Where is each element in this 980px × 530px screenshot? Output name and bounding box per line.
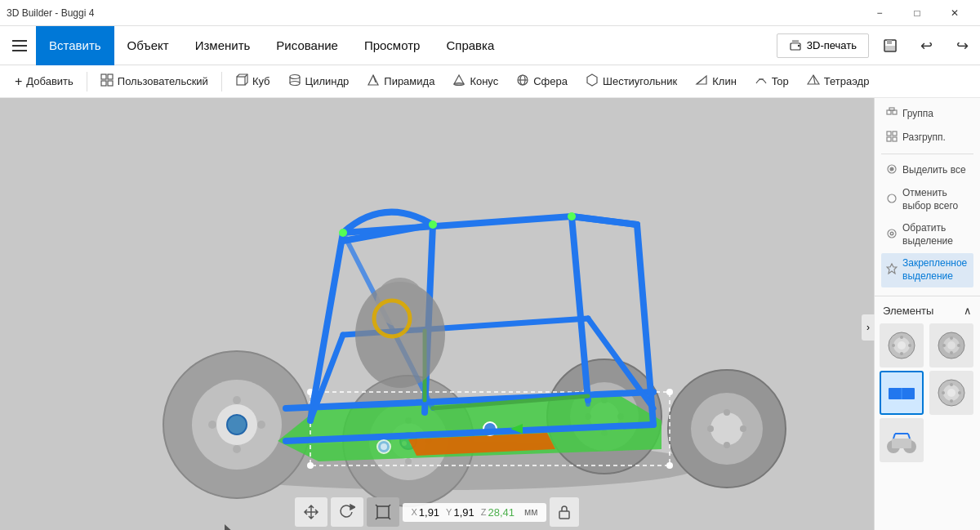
tetrahedron-icon [807, 73, 820, 90]
svg-point-144 [958, 391, 961, 394]
menu-insert[interactable]: Вставить [36, 26, 114, 65]
svg-rect-114 [887, 137, 891, 141]
svg-rect-109 [887, 110, 891, 114]
add-icon: + [15, 74, 22, 89]
rotate-tool-button[interactable] [331, 497, 363, 527]
menu-object[interactable]: Объект [114, 26, 182, 65]
svg-point-41 [227, 415, 247, 434]
svg-point-98 [339, 229, 347, 237]
svg-point-133 [950, 351, 953, 354]
titlebar: 3D Builder - Buggi 4 − □ ✕ [0, 0, 980, 26]
svg-line-149 [908, 434, 910, 439]
toolbar-top[interactable]: Top [746, 70, 797, 93]
svg-line-106 [376, 518, 377, 519]
svg-point-62 [710, 412, 743, 445]
svg-rect-10 [108, 74, 113, 79]
toolbar-pyramid[interactable]: Пирамида [359, 70, 443, 93]
element-item-2[interactable] [929, 323, 973, 367]
canvas-area[interactable]: X 1,91 Y 1,91 Z 28,41 мм [0, 98, 874, 530]
svg-point-118 [888, 194, 896, 203]
toolbar-cube[interactable]: Куб [227, 70, 278, 93]
ungroup-action[interactable]: Разгрупп. [881, 127, 973, 149]
element-item-3[interactable] [880, 371, 924, 415]
toolbar-sphere[interactable]: Сфера [508, 70, 576, 93]
svg-point-65 [707, 425, 714, 432]
toolbar-custom[interactable]: Пользовательский [92, 70, 216, 93]
svg-point-39 [208, 421, 216, 429]
insert-toolbar: + Добавить Пользовательский Куб Цилиндр … [0, 65, 980, 98]
print-3d-button[interactable]: 3D-печать [777, 33, 869, 58]
minimize-button[interactable]: − [861, 0, 898, 26]
svg-rect-2 [12, 50, 27, 51]
ungroup-icon [886, 131, 898, 145]
svg-rect-112 [887, 131, 891, 136]
toolbar-hexagon[interactable]: Шестиугольник [577, 70, 685, 93]
move-tool-button[interactable] [295, 497, 327, 527]
menu-draw[interactable]: Рисование [263, 26, 351, 65]
bottom-toolbar: X 1,91 Y 1,91 Z 28,41 мм [0, 494, 874, 530]
svg-line-148 [893, 434, 895, 439]
top-icon [755, 73, 768, 90]
save-button[interactable] [875, 31, 905, 60]
svg-rect-111 [889, 108, 894, 110]
svg-point-140 [947, 389, 956, 397]
cube-icon [235, 73, 248, 90]
svg-point-72 [307, 462, 314, 469]
close-button[interactable]: ✕ [936, 0, 973, 26]
svg-point-15 [290, 74, 300, 78]
menubar-right: 3D-печать ↩ ↪ [777, 31, 977, 60]
svg-marker-102 [350, 505, 355, 510]
menu-edit[interactable]: Изменить [182, 26, 264, 65]
toolbar-cone[interactable]: Конус [444, 70, 506, 93]
select-all-icon [886, 163, 898, 177]
svg-point-143 [942, 391, 945, 394]
elements-collapse-button[interactable]: ∧ [964, 305, 972, 317]
pyramid-icon [367, 73, 380, 90]
svg-point-97 [381, 443, 387, 450]
elements-label: Элементы [883, 305, 933, 317]
toolbar-add[interactable]: + Добавить [7, 71, 82, 92]
svg-rect-13 [237, 77, 245, 85]
redo-button[interactable]: ↪ [947, 31, 977, 60]
deselect-action[interactable]: Отменитьвыбор всего [881, 183, 973, 216]
panel-divider-1 [881, 154, 973, 154]
invert-selection-action[interactable]: Обратитьвыделение [881, 218, 973, 252]
invert-icon [886, 228, 898, 242]
group-action[interactable]: Группа [881, 103, 973, 125]
svg-point-135 [957, 344, 960, 347]
svg-point-131 [947, 341, 956, 350]
svg-point-73 [666, 462, 673, 469]
svg-point-124 [898, 341, 906, 350]
svg-point-142 [950, 399, 953, 403]
lock-button[interactable] [550, 497, 579, 527]
hamburger-menu[interactable] [3, 26, 36, 65]
pinned-icon [886, 263, 898, 277]
toolbar-wedge[interactable]: Клин [687, 70, 745, 93]
svg-line-104 [376, 505, 377, 506]
svg-point-18 [290, 81, 300, 85]
select-all-action[interactable]: Выделить все [881, 159, 973, 181]
maximize-button[interactable]: □ [898, 0, 936, 26]
element-item-1[interactable] [880, 323, 924, 367]
app-title: 3D Builder - Buggi 4 [7, 7, 94, 19]
x-label: X [411, 507, 416, 517]
svg-rect-108 [559, 511, 569, 519]
svg-point-66 [740, 425, 746, 432]
menu-help[interactable]: Справка [433, 26, 507, 65]
scale-tool-button[interactable] [367, 497, 399, 527]
toolbar-tetrahedron[interactable]: Тетраэдр [799, 70, 878, 93]
svg-point-121 [891, 233, 893, 234]
menu-view[interactable]: Просмотр [351, 26, 434, 65]
svg-point-132 [950, 336, 953, 340]
svg-point-38 [233, 445, 241, 453]
deselect-label: Отменитьвыбор всего [902, 187, 958, 212]
elements-grid [875, 320, 980, 465]
element-item-5[interactable] [880, 418, 924, 462]
hexagon-icon [586, 73, 599, 90]
panel-toggle-button[interactable]: › [862, 314, 875, 341]
toolbar-cylinder[interactable]: Цилиндр [280, 70, 358, 93]
pinned-selection-action[interactable]: Закрепленноевыделение [881, 253, 973, 287]
element-item-4[interactable] [929, 371, 973, 415]
z-label: Z [481, 507, 487, 517]
undo-button[interactable]: ↩ [911, 31, 941, 60]
